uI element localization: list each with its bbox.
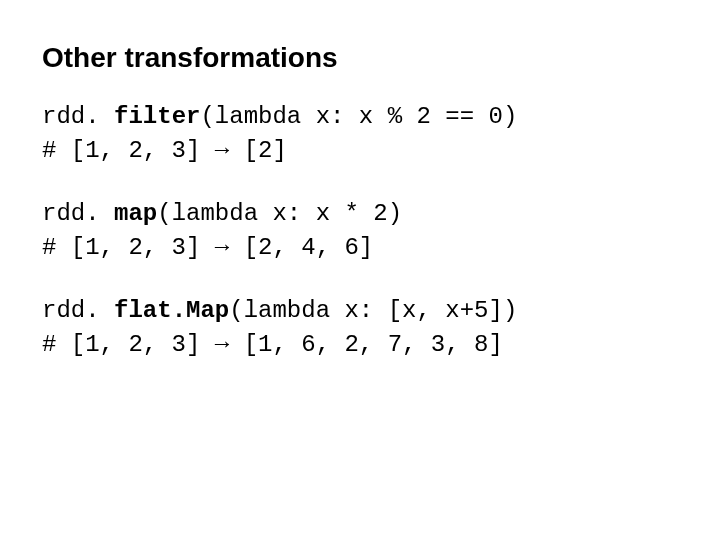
- code-args: (lambda x: x % 2 == 0): [200, 103, 517, 130]
- code-line: rdd. flat.Map(lambda x: [x, x+5]): [42, 294, 678, 328]
- code-method: flat.Map: [114, 297, 229, 324]
- code-obj: rdd.: [42, 103, 114, 130]
- code-args: (lambda x: [x, x+5]): [229, 297, 517, 324]
- slide-heading: Other transformations: [42, 42, 678, 74]
- code-example-map: rdd. map(lambda x: x * 2) # [1, 2, 3] → …: [42, 197, 678, 264]
- code-comment: # [1, 2, 3] → [2, 4, 6]: [42, 231, 678, 265]
- code-comment: # [1, 2, 3] → [1, 6, 2, 7, 3, 8]: [42, 328, 678, 362]
- code-example-flatmap: rdd. flat.Map(lambda x: [x, x+5]) # [1, …: [42, 294, 678, 361]
- code-line: rdd. filter(lambda x: x % 2 == 0): [42, 100, 678, 134]
- code-method: filter: [114, 103, 200, 130]
- code-method: map: [114, 200, 157, 227]
- code-obj: rdd.: [42, 200, 114, 227]
- code-comment: # [1, 2, 3] → [2]: [42, 134, 678, 168]
- code-obj: rdd.: [42, 297, 114, 324]
- code-line: rdd. map(lambda x: x * 2): [42, 197, 678, 231]
- code-args: (lambda x: x * 2): [157, 200, 402, 227]
- code-example-filter: rdd. filter(lambda x: x % 2 == 0) # [1, …: [42, 100, 678, 167]
